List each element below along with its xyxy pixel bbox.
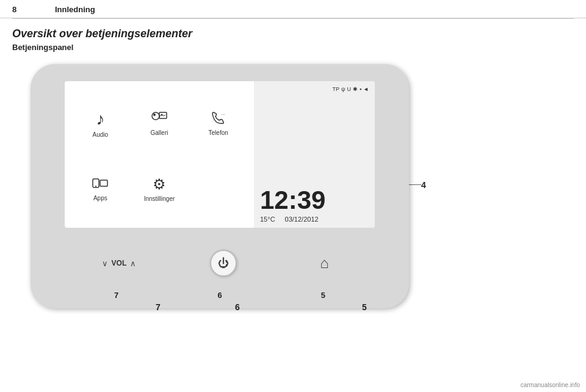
- audio-icon: ♪: [96, 109, 104, 129]
- controls-row: ∨ VOL ∧ ⏻ ⌂: [65, 250, 375, 277]
- callout-5: 5: [362, 302, 367, 312]
- menu-item-innstillinger[interactable]: ⚙ Innstillinger: [130, 156, 189, 222]
- label-6: 6: [217, 291, 222, 300]
- status-tp: TP: [332, 86, 339, 92]
- callout-6: 6: [235, 302, 240, 312]
- label-5: 5: [321, 291, 325, 300]
- status-psi: ψ: [341, 86, 345, 92]
- settings-icon: ⚙: [153, 176, 166, 193]
- phone-icon: ···: [210, 111, 227, 127]
- svg-point-1: [153, 114, 156, 116]
- date-display: 15°C 03/12/2012: [260, 216, 319, 223]
- menu-item-audio[interactable]: ♪ Audio: [71, 91, 130, 156]
- power-button[interactable]: ⏻: [210, 250, 237, 277]
- status-vol: ◄: [363, 86, 369, 92]
- empty-cell: [189, 156, 248, 222]
- menu-item-telefon[interactable]: ··· Telefon: [189, 91, 248, 156]
- main-content: Oversikt over betjeningselementer Betjen…: [0, 19, 586, 64]
- clock-display: 12:39: [260, 187, 325, 213]
- menu-item-galleri[interactable]: Galleri: [130, 91, 189, 156]
- page-header: 8 Innledning: [0, 0, 586, 18]
- apps-icon: [92, 176, 109, 192]
- status-bt: ✱: [353, 86, 358, 92]
- screen-right: TP ψ U ✱ ▪ ◄ 12:39 15°C 03/12/2012: [254, 81, 375, 228]
- svg-rect-6: [100, 180, 107, 186]
- galleri-label: Galleri: [151, 129, 168, 136]
- label-7: 7: [114, 291, 118, 300]
- vol-control: ∨ VOL ∧: [102, 259, 137, 268]
- status-bar: TP ψ U ✱ ▪ ◄: [332, 86, 369, 92]
- vol-down-icon[interactable]: ∨: [102, 259, 108, 268]
- temperature-display: 15°C: [260, 216, 275, 223]
- status-box: ▪: [360, 86, 361, 92]
- status-u: U: [347, 86, 351, 92]
- audio-label: Audio: [93, 131, 109, 138]
- bottom-number-labels: 7 6 5: [65, 291, 375, 300]
- menu-item-apps[interactable]: Apps: [71, 156, 130, 222]
- sub-heading: Betjeningspanel: [12, 43, 574, 52]
- svg-text:···: ···: [221, 112, 225, 117]
- device-body: ♪ Audio: [31, 64, 409, 308]
- page-container: 8 Innledning Oversikt over betjeningsele…: [0, 0, 586, 392]
- gallery-icon: [151, 111, 168, 127]
- vol-label: VOL: [112, 259, 127, 267]
- svg-point-0: [152, 112, 159, 120]
- date-value: 03/12/2012: [285, 216, 319, 223]
- home-icon: ⌂: [320, 255, 329, 272]
- vol-up-icon[interactable]: ∧: [130, 259, 136, 268]
- callout-7: 7: [156, 302, 161, 312]
- screen-left: ♪ Audio: [65, 81, 254, 228]
- callout-4: 4: [421, 180, 426, 190]
- section-heading: Oversikt over betjeningselementer: [12, 27, 574, 40]
- watermark: carmanualsonline.info: [521, 382, 580, 388]
- screen: ♪ Audio: [65, 81, 375, 228]
- innstillinger-label: Innstillinger: [144, 195, 175, 202]
- telefon-label: Telefon: [209, 129, 228, 136]
- page-number: 8: [12, 5, 31, 14]
- home-button[interactable]: ⌂: [311, 250, 338, 277]
- apps-label: Apps: [93, 195, 107, 201]
- power-icon: ⏻: [218, 257, 229, 270]
- page-title: Innledning: [55, 5, 95, 14]
